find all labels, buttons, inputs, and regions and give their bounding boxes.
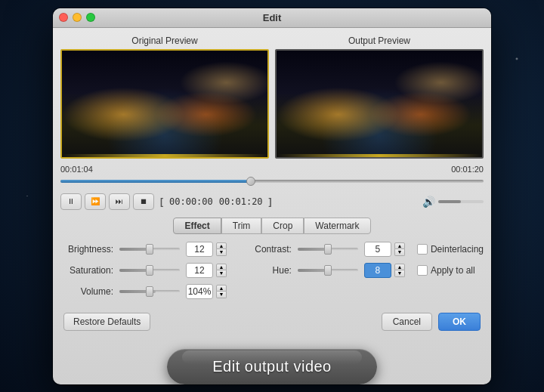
skip-button[interactable]: ⏭ [109,193,130,210]
volume-increment[interactable]: ▲ [216,285,227,292]
title-bar: Edit [53,8,491,28]
volume-param-slider-thumb [146,286,153,297]
apply-all-label: Apply to all [417,265,475,276]
bracket-right[interactable]: ] [269,196,272,207]
original-preview-label: Original Preview [60,35,269,46]
output-preview-label: Output Preview [275,35,484,46]
original-preview-section: Original Preview [60,35,269,159]
saturation-slider[interactable] [119,269,180,272]
skip-icon: ⏭ [116,197,123,205]
bottom-bar: Edit output video [53,349,491,384]
timeline-bar[interactable] [60,175,484,187]
saturation-value[interactable]: 12 [186,263,213,278]
timeline-start-time: 00:01:04 [60,165,93,174]
volume-slider[interactable] [438,200,484,203]
bottom-pill: Edit output video [167,349,377,384]
hue-label: Hue: [239,265,292,276]
tabs-row: Effect Trim Crop Watermark [60,218,484,234]
hue-slider-fill [298,269,328,272]
brightness-value[interactable]: 12 [186,242,213,257]
apply-all-checkbox[interactable] [417,265,428,276]
hue-row: Hue: 8 ▲ ▼ Apply to all [239,263,484,278]
ok-button[interactable]: OK [438,313,481,331]
saturation-stepper: ▲ ▼ [216,264,227,277]
saturation-label: Saturation: [60,265,113,276]
hue-slider[interactable] [298,269,358,272]
time-row: 00:01:04 00:01:20 [60,165,484,174]
volume-section: 🔊 [422,196,484,208]
contrast-increment[interactable]: ▲ [394,242,405,249]
tab-trim[interactable]: Trim [221,218,262,234]
contrast-value[interactable]: 5 [364,242,391,257]
output-preview-video [275,49,484,159]
brightness-increment[interactable]: ▲ [216,242,227,249]
output-video-content [277,51,482,157]
timeline-section: 00:01:04 00:01:20 [60,165,484,187]
timeline-thumb[interactable] [246,177,255,186]
params-grid: Brightness: 12 ▲ ▼ Saturation: [60,242,484,305]
volume-decrement[interactable]: ▼ [216,292,227,298]
volume-icon: 🔊 [422,196,435,208]
timeline-track[interactable] [60,180,484,183]
contrast-slider-thumb [324,244,332,255]
saturation-increment[interactable]: ▲ [216,264,227,270]
footer-right: Cancel OK [382,313,481,331]
hue-increment[interactable]: ▲ [394,264,405,270]
timeline-end-time: 00:01:20 [451,165,484,174]
bracket-left[interactable]: [ [160,196,163,207]
contrast-slider[interactable] [298,248,358,251]
volume-stepper: ▲ ▼ [216,285,227,298]
forward-button[interactable]: ⏩ [85,193,106,210]
contrast-label: Contrast: [239,244,292,255]
volume-label: Volume: [60,286,113,297]
contrast-stepper: ▲ ▼ [394,242,405,256]
minimize-button[interactable] [73,13,82,22]
saturation-slider-thumb [146,265,153,276]
volume-param-slider[interactable] [119,290,180,293]
contrast-slider-fill [298,248,328,251]
pause-button[interactable]: ⏸ [60,193,82,210]
deinterlacing-checkbox[interactable] [417,244,428,255]
edit-window: Edit Original Preview Output Preview 00:… [53,8,491,384]
hue-stepper: ▲ ▼ [394,264,405,277]
contrast-row: Contrast: 5 ▲ ▼ Deinterlacing [239,242,484,257]
volume-value[interactable]: 104% [186,284,213,299]
brightness-label: Brightness: [60,244,113,255]
tab-crop[interactable]: Crop [261,218,304,234]
brightness-slider[interactable] [119,248,180,251]
brightness-decrement[interactable]: ▼ [216,249,227,256]
stop-button[interactable]: ⏹ [133,193,154,210]
footer-buttons: Restore Defaults Cancel OK [60,305,484,334]
params-right: Contrast: 5 ▲ ▼ Deinterlacing [230,242,484,305]
brightness-slider-thumb [146,244,153,255]
volume-slider-fill [438,200,461,203]
forward-icon: ⏩ [91,197,100,205]
output-preview-section: Output Preview [275,35,484,159]
pause-icon: ⏸ [67,197,75,205]
saturation-decrement[interactable]: ▼ [216,270,227,277]
volume-row: Volume: 104% ▲ ▼ [60,284,230,299]
playback-controls: ⏸ ⏩ ⏭ ⏹ [60,193,154,210]
window-title: Edit [263,12,282,23]
maximize-button[interactable] [86,13,95,22]
restore-defaults-button[interactable]: Restore Defaults [63,313,150,331]
hue-value[interactable]: 8 [364,263,391,278]
tab-effect[interactable]: Effect [173,218,221,234]
window-controls [59,13,95,22]
time-start-display: 00:00:00 [169,196,213,207]
apply-all-text: Apply to all [431,265,475,276]
params-left: Brightness: 12 ▲ ▼ Saturation: [60,242,230,305]
contrast-decrement[interactable]: ▼ [394,249,405,256]
tab-watermark[interactable]: Watermark [304,218,370,234]
brightness-stepper: ▲ ▼ [216,242,227,256]
window-content: Original Preview Output Preview 00:01:04… [53,28,491,341]
original-preview-video [60,49,269,159]
close-button[interactable] [59,13,68,22]
hue-slider-thumb [324,265,332,276]
controls-row: ⏸ ⏩ ⏭ ⏹ [ 00:00:00 00:01:20 ] 🔊 [60,193,484,210]
original-video-content [62,51,267,157]
stop-icon: ⏹ [140,197,147,205]
brightness-row: Brightness: 12 ▲ ▼ [60,242,230,257]
hue-decrement[interactable]: ▼ [394,270,405,277]
cancel-button[interactable]: Cancel [382,313,432,331]
